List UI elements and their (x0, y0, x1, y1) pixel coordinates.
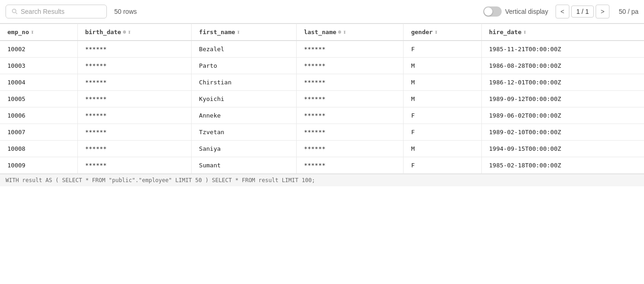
table-row: 10008******Saniya******M1994-09-15T00:00… (0, 141, 644, 157)
table-row: 10002******Bezalel******F1985-11-21T00:0… (0, 41, 644, 58)
cell-emp_no: 10007 (0, 124, 77, 141)
cell-birth_date: ****** (77, 141, 191, 157)
col-label-gender: gender (411, 29, 433, 36)
cell-gender: M (404, 58, 481, 74)
pagination-controls: < 1 / 1 > (556, 5, 609, 18)
cell-hire_date: 1986-12-01T00:00:00Z (481, 74, 644, 91)
cell-emp_no: 10004 (0, 74, 77, 91)
cell-last_name: ****** (296, 74, 404, 91)
cell-birth_date: ****** (77, 107, 191, 124)
cell-last_name: ****** (296, 124, 404, 141)
cell-last_name: ****** (296, 91, 404, 107)
cell-emp_no: 10005 (0, 91, 77, 107)
cell-birth_date: ****** (77, 41, 191, 58)
table-row: 10007******Tzvetan******F1989-02-10T00:0… (0, 124, 644, 141)
cell-hire_date: 1989-02-10T00:00:00Z (481, 124, 644, 141)
cell-last_name: ****** (296, 157, 404, 174)
col-label-birth_date: birth_date (85, 29, 121, 36)
cell-emp_no: 10009 (0, 157, 77, 174)
per-page: 50 / pa (619, 8, 638, 15)
col-label-emp_no: emp_no (7, 29, 29, 36)
cell-birth_date: ****** (77, 124, 191, 141)
cell-gender: M (404, 91, 481, 107)
cell-birth_date: ****** (77, 91, 191, 107)
search-icon (12, 8, 18, 15)
vertical-display-toggle[interactable]: Vertical display (483, 6, 548, 17)
cell-hire_date: 1989-06-02T00:00:00Z (481, 107, 644, 124)
cell-first_name: Bezalel (192, 41, 297, 58)
sort-icon-last_name[interactable]: ↧ (343, 29, 346, 35)
col-header-hire_date[interactable]: hire_date ↧ (481, 24, 644, 41)
toggle-thumb (484, 7, 492, 16)
footer-sql: WITH result AS ( SELECT * FROM "public".… (6, 177, 315, 183)
cell-emp_no: 10006 (0, 107, 77, 124)
cell-birth_date: ****** (77, 58, 191, 74)
search-box[interactable]: Search Results (6, 5, 107, 18)
cell-gender: F (404, 157, 481, 174)
hidden-icon-birth_date: ⊗ (123, 29, 126, 35)
results-table: emp_no ↧ birth_date ⊗ ↧ first_name ↧ (0, 24, 644, 174)
svg-point-0 (12, 9, 16, 13)
cell-hire_date: 1985-02-18T00:00:00Z (481, 157, 644, 174)
cell-emp_no: 10002 (0, 41, 77, 58)
cell-first_name: Sumant (192, 157, 297, 174)
table-row: 10004******Chirstian******M1986-12-01T00… (0, 74, 644, 91)
sort-icon-emp_no[interactable]: ↧ (31, 29, 34, 35)
toggle-track[interactable] (483, 6, 502, 17)
toggle-label: Vertical display (505, 8, 548, 15)
table-row: 10003******Parto******M1986-08-28T00:00:… (0, 58, 644, 74)
cell-first_name: Kyoichi (192, 91, 297, 107)
cell-last_name: ****** (296, 141, 404, 157)
col-header-last_name[interactable]: last_name ⊗ ↧ (296, 24, 404, 41)
cell-last_name: ****** (296, 107, 404, 124)
cell-gender: F (404, 124, 481, 141)
cell-hire_date: 1989-09-12T00:00:00Z (481, 91, 644, 107)
page-current: 1 (576, 8, 580, 15)
sort-icon-birth_date[interactable]: ↧ (128, 29, 131, 35)
svg-line-1 (16, 12, 17, 14)
cell-first_name: Chirstian (192, 74, 297, 91)
cell-first_name: Saniya (192, 141, 297, 157)
hidden-icon-last_name: ⊗ (338, 29, 341, 35)
cell-last_name: ****** (296, 41, 404, 58)
col-label-first_name: first_name (199, 29, 235, 36)
table-header: emp_no ↧ birth_date ⊗ ↧ first_name ↧ (0, 24, 644, 41)
cell-emp_no: 10003 (0, 58, 77, 74)
prev-page-button[interactable]: < (556, 5, 569, 18)
search-placeholder: Search Results (21, 8, 64, 15)
col-label-last_name: last_name (304, 29, 336, 36)
cell-first_name: Tzvetan (192, 124, 297, 141)
cell-gender: F (404, 41, 481, 58)
cell-gender: M (404, 141, 481, 157)
sort-icon-hire_date[interactable]: ↧ (523, 29, 527, 35)
row-count: 50 rows (114, 8, 137, 15)
table-row: 10005******Kyoichi******M1989-09-12T00:0… (0, 91, 644, 107)
next-page-button[interactable]: > (596, 5, 609, 18)
sort-icon-gender[interactable]: ↧ (434, 29, 438, 35)
col-header-birth_date[interactable]: birth_date ⊗ ↧ (77, 24, 191, 41)
cell-first_name: Anneke (192, 107, 297, 124)
toolbar: Search Results 50 rows Vertical display … (0, 0, 644, 24)
cell-hire_date: 1985-11-21T00:00:00Z (481, 41, 644, 58)
page-info: 1 / 1 (571, 6, 594, 18)
cell-gender: M (404, 74, 481, 91)
cell-first_name: Parto (192, 58, 297, 74)
col-header-first_name[interactable]: first_name ↧ (192, 24, 297, 41)
footer: WITH result AS ( SELECT * FROM "public".… (0, 174, 644, 186)
table-body: 10002******Bezalel******F1985-11-21T00:0… (0, 41, 644, 174)
table-container: emp_no ↧ birth_date ⊗ ↧ first_name ↧ (0, 24, 644, 174)
col-label-hire_date: hire_date (489, 29, 521, 36)
page-total: 1 (585, 8, 589, 15)
table-row: 10006******Anneke******F1989-06-02T00:00… (0, 107, 644, 124)
cell-hire_date: 1994-09-15T00:00:00Z (481, 141, 644, 157)
table-row: 10009******Sumant******F1985-02-18T00:00… (0, 157, 644, 174)
cell-birth_date: ****** (77, 157, 191, 174)
col-header-emp_no[interactable]: emp_no ↧ (0, 24, 77, 41)
cell-emp_no: 10008 (0, 141, 77, 157)
cell-gender: F (404, 107, 481, 124)
cell-hire_date: 1986-08-28T00:00:00Z (481, 58, 644, 74)
sort-icon-first_name[interactable]: ↧ (237, 29, 240, 35)
col-header-gender[interactable]: gender ↧ (404, 24, 481, 41)
cell-birth_date: ****** (77, 74, 191, 91)
cell-last_name: ****** (296, 58, 404, 74)
